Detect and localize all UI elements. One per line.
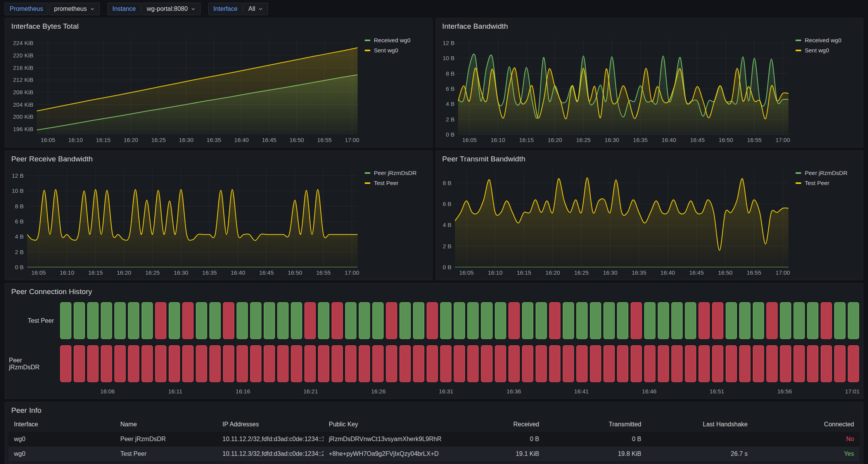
variable-instance: Instancewg-portal:8080	[107, 3, 201, 15]
legend-label: Test Peer	[374, 180, 398, 186]
x-axis-tick-label: 16:15	[96, 137, 111, 143]
column-header-received[interactable]: Received	[455, 417, 545, 432]
cell-received: 0 B	[455, 432, 545, 447]
timeline-state-disconnected	[644, 345, 655, 382]
column-header-interface[interactable]: Interface	[9, 417, 115, 432]
timeline-state-disconnected	[821, 302, 832, 339]
x-axis-tick-label: 16:36	[507, 388, 521, 395]
variable-value-dropdown-prometheus[interactable]: prometheus	[49, 3, 100, 15]
panel-title[interactable]: Peer Transmit Bandwidth	[436, 151, 863, 165]
legend-swatch	[795, 172, 801, 174]
x-axis-tick-label: 16:45	[259, 269, 274, 276]
x-axis-tick-label: 16:50	[289, 137, 304, 143]
timeline-state-connected	[603, 302, 615, 339]
state-timeline[interactable]: Test PeerPeer jRzmDsDR16:0616:1116:1616:…	[9, 299, 859, 396]
cell-last-handshake: 26.7 s	[647, 447, 753, 461]
timeline-state-disconnected	[60, 345, 71, 382]
chart-plot-peer-transmit-bandwidth[interactable]: 0 B2 B4 B6 B8 B16:0516:1016:1516:2016:25…	[439, 166, 793, 277]
timeline-state-disconnected	[74, 345, 85, 382]
peer-info-table: InterfaceNameIP AddressesPublic KeyRecei…	[9, 417, 859, 461]
timeline-state-disconnected	[345, 345, 356, 382]
x-axis-tick-label: 16:20	[117, 269, 131, 276]
panel-row-2: Peer Receive Bandwidth 0 B2 B4 B6 B8 B10…	[5, 151, 863, 280]
timeline-state-connected	[237, 302, 248, 339]
variable-label-interface: Interface	[208, 3, 242, 15]
timeline-state-connected	[753, 302, 764, 339]
chart-plot-peer-receive-bandwidth[interactable]: 0 B2 B4 B6 B8 B10 B12 B16:0516:1016:1516…	[8, 166, 362, 277]
timeline-bars	[60, 299, 859, 342]
legend-item-test-peer[interactable]: Test Peer	[795, 180, 858, 186]
timeline-state-disconnected	[332, 345, 343, 382]
timeline-state-disconnected	[522, 345, 533, 382]
timeline-state-disconnected	[413, 345, 424, 382]
timeline-state-connected	[399, 302, 411, 339]
legend-item-received-wg0[interactable]: Received wg0	[795, 37, 858, 43]
variable-value-dropdown-interface[interactable]: All	[243, 3, 268, 15]
cell-name: Peer jRzmDsDR	[115, 432, 217, 447]
timeline-state-disconnected	[739, 345, 750, 382]
timeline-state-disconnected	[264, 345, 275, 382]
legend-item-sent-wg0[interactable]: Sent wg0	[795, 47, 858, 54]
column-header-ip-addresses[interactable]: IP Addresses	[217, 417, 323, 432]
legend-item-peer-jrzmdsdr[interactable]: Peer jRzmDsDR	[795, 170, 858, 176]
chart-canvas[interactable]: 196 KiB200 KiB204 KiB208 KiB212 KiB216 K…	[8, 34, 362, 145]
x-axis-tick-label: 16:55	[316, 269, 331, 276]
x-axis-tick-label: 16:56	[777, 388, 792, 395]
x-axis-tick-label: 16:10	[60, 269, 74, 276]
timeline-state-connected	[467, 302, 479, 339]
y-axis-tick-label: 10 B	[12, 187, 24, 194]
legend-label: Peer jRzmDsDR	[805, 170, 847, 176]
column-header-name[interactable]: Name	[115, 417, 217, 432]
timeline-state-disconnected	[631, 302, 642, 339]
panel-title[interactable]: Peer Receive Bandwidth	[5, 151, 432, 165]
panel-title[interactable]: Peer Connection History	[5, 284, 863, 298]
timeline-state-disconnected	[291, 345, 302, 382]
column-header-connected[interactable]: Connected	[753, 417, 859, 432]
x-axis-tick-label: 16:25	[574, 269, 589, 276]
legend-item-test-peer[interactable]: Test Peer	[365, 180, 427, 186]
y-axis-tick-label: 4 B	[446, 100, 455, 107]
variable-value-dropdown-instance[interactable]: wg-portal:8080	[142, 3, 201, 15]
chart-canvas[interactable]: 0 B2 B4 B6 B8 B10 B12 B16:0516:1016:1516…	[8, 166, 362, 277]
timeline-state-connected	[495, 302, 506, 339]
panel-title[interactable]: Peer Info	[5, 402, 863, 416]
x-axis-tick-label: 16:35	[632, 269, 647, 276]
timeline-state-disconnected	[699, 345, 710, 382]
timeline-state-disconnected	[237, 345, 248, 382]
timeline-state-connected	[359, 302, 370, 339]
cell-name: Test Peer	[115, 447, 217, 461]
column-header-last-handshake[interactable]: Last Handshake	[647, 417, 753, 432]
legend-swatch	[365, 182, 370, 184]
panel-title[interactable]: Interface Bandwidth	[436, 18, 863, 32]
timeline-state-disconnected	[766, 345, 778, 382]
legend-label: Received wg0	[374, 37, 410, 43]
chart-plot-interface-bytes-total[interactable]: 196 KiB200 KiB204 KiB208 KiB212 KiB216 K…	[8, 34, 362, 145]
x-axis-tick-label: 16:55	[317, 137, 332, 143]
timeline-state-disconnected	[155, 302, 166, 339]
dashboard-variables-bar: PrometheusprometheusInstancewg-portal:80…	[0, 0, 868, 18]
legend-item-sent-wg0[interactable]: Sent wg0	[365, 47, 427, 54]
chart-canvas[interactable]: 0 B2 B4 B6 B8 B10 B12 B16:0516:1016:1516…	[439, 34, 793, 145]
y-axis-tick-label: 8 B	[443, 180, 451, 186]
timeline-state-disconnected	[726, 345, 737, 382]
y-axis-tick-label: 10 B	[443, 55, 455, 61]
timeline-state-disconnected	[631, 345, 642, 382]
timeline-state-connected	[277, 302, 289, 339]
x-axis-tick-label: 16:55	[747, 137, 762, 143]
panel-peer-connection-history: Peer Connection History Test PeerPeer jR…	[5, 283, 863, 399]
column-header-public-key[interactable]: Public Key	[323, 417, 455, 432]
timeline-state-disconnected	[780, 345, 791, 382]
y-axis-tick-label: 224 KiB	[13, 40, 33, 46]
legend-item-peer-jrzmdsdr[interactable]: Peer jRzmDsDR	[365, 170, 427, 176]
timeline-state-disconnected	[223, 302, 234, 339]
legend-item-received-wg0[interactable]: Received wg0	[365, 37, 427, 43]
chart-legend: Peer jRzmDsDRTest Peer	[365, 170, 427, 186]
chart-canvas[interactable]: 0 B2 B4 B6 B8 B16:0516:1016:1516:2016:25…	[439, 166, 793, 277]
timeline-state-disconnected	[427, 345, 438, 382]
chart-plot-interface-bandwidth[interactable]: 0 B2 B4 B6 B8 B10 B12 B16:0516:1016:1516…	[439, 34, 793, 145]
y-axis-tick-label: 12 B	[443, 40, 455, 46]
panel-title[interactable]: Interface Bytes Total	[5, 18, 432, 32]
variable-interface: InterfaceAll	[208, 3, 268, 15]
column-header-transmitted[interactable]: Transmitted	[545, 417, 647, 432]
cell-interface: wg0	[9, 432, 115, 447]
